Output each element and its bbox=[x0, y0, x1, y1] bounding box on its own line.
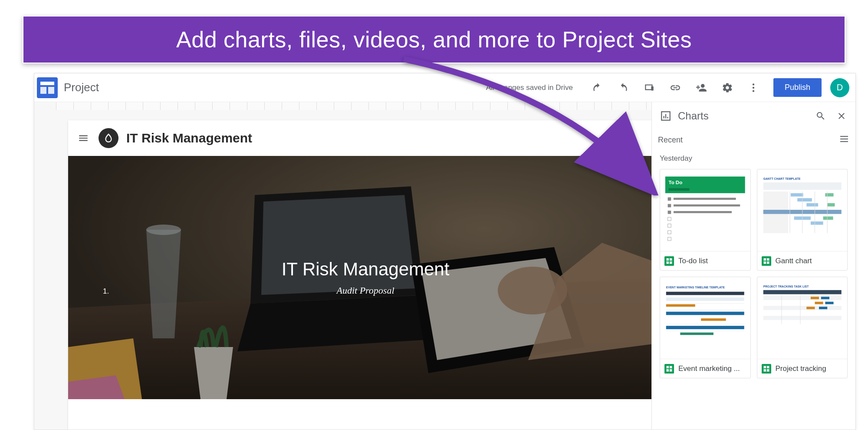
sheets-icon bbox=[762, 256, 771, 266]
panel-title: Charts bbox=[678, 110, 709, 122]
bar-chart-icon bbox=[658, 108, 674, 124]
thumb-label: Project tracking bbox=[776, 364, 826, 373]
thumb-label: To-do list bbox=[678, 257, 708, 265]
caption-banner: Add charts, files, videos, and more to P… bbox=[23, 16, 845, 63]
publish-button[interactable]: Publish bbox=[773, 78, 822, 97]
svg-text:EVENT MARKETING TIMELINE TEMPL: EVENT MARKETING TIMELINE TEMPLATE bbox=[666, 286, 725, 289]
svg-rect-23 bbox=[664, 116, 664, 118]
svg-text:PROJECT TRACKING TASK LIST: PROJECT TRACKING TASK LIST bbox=[763, 285, 809, 288]
svg-rect-51 bbox=[827, 203, 835, 207]
section-label: Yesterday bbox=[660, 154, 848, 163]
svg-rect-24 bbox=[665, 114, 666, 119]
svg-rect-28 bbox=[668, 188, 689, 191]
thumb-project-tracking[interactable]: PROJECT TRACKING TASK LIST bbox=[757, 277, 848, 378]
svg-rect-64 bbox=[701, 318, 726, 321]
svg-rect-78 bbox=[810, 297, 819, 299]
recent-label: Recent bbox=[658, 136, 683, 145]
svg-rect-3 bbox=[48, 87, 54, 94]
svg-rect-44 bbox=[790, 193, 803, 197]
svg-rect-0 bbox=[37, 77, 58, 98]
editor-body: IT Risk Management bbox=[34, 102, 855, 430]
svg-rect-45 bbox=[797, 198, 812, 202]
sites-app-icon[interactable] bbox=[37, 77, 58, 98]
thumb-preview: PROJECT TRACKING TASK LIST bbox=[757, 277, 848, 359]
svg-rect-82 bbox=[806, 307, 815, 309]
svg-rect-31 bbox=[668, 204, 671, 208]
svg-rect-80 bbox=[815, 302, 823, 304]
undo-icon[interactable] bbox=[588, 78, 607, 97]
svg-rect-42 bbox=[763, 182, 841, 190]
svg-rect-30 bbox=[674, 198, 736, 200]
svg-rect-1 bbox=[40, 82, 54, 85]
site-canvas[interactable]: IT Risk Management bbox=[68, 120, 663, 430]
svg-rect-76 bbox=[763, 306, 841, 310]
more-vert-icon[interactable] bbox=[744, 78, 763, 97]
svg-rect-29 bbox=[668, 197, 671, 201]
sheets-icon bbox=[664, 256, 674, 266]
svg-rect-36 bbox=[668, 224, 671, 228]
svg-rect-52 bbox=[823, 216, 833, 220]
link-icon[interactable] bbox=[666, 78, 685, 97]
svg-rect-34 bbox=[674, 211, 732, 213]
search-icon[interactable] bbox=[813, 108, 829, 124]
preview-devices-icon[interactable] bbox=[640, 78, 659, 97]
recent-row[interactable]: Recent bbox=[658, 130, 849, 150]
hero-title[interactable]: IT Risk Management bbox=[282, 259, 450, 280]
svg-rect-79 bbox=[821, 297, 829, 299]
app-frame: Project All changes saved in Drive Publi… bbox=[34, 73, 856, 430]
leaf-logo-icon bbox=[99, 128, 118, 148]
panel-head: Charts bbox=[658, 102, 849, 130]
svg-point-5 bbox=[753, 83, 754, 85]
svg-rect-77 bbox=[763, 316, 841, 320]
doc-title[interactable]: Project bbox=[64, 81, 99, 94]
thumb-grid: To Do bbox=[658, 167, 849, 380]
thumb-preview: GANTT CHART TEMPLATE bbox=[757, 169, 848, 251]
redo-icon[interactable] bbox=[614, 78, 633, 97]
svg-rect-25 bbox=[667, 117, 668, 118]
caption-text: Add charts, files, videos, and more to P… bbox=[176, 26, 692, 53]
hamburger-icon[interactable] bbox=[76, 131, 91, 146]
svg-rect-61 bbox=[666, 298, 744, 301]
svg-rect-83 bbox=[819, 307, 827, 309]
site-name[interactable]: IT Risk Management bbox=[126, 131, 252, 146]
charts-panel: Charts Recent Yesterday bbox=[651, 102, 855, 430]
close-icon[interactable] bbox=[834, 108, 849, 124]
svg-rect-4 bbox=[651, 86, 653, 90]
settings-gear-icon[interactable] bbox=[718, 78, 737, 97]
svg-rect-33 bbox=[668, 211, 671, 214]
svg-rect-35 bbox=[668, 217, 671, 221]
toolbar: Project All changes saved in Drive Publi… bbox=[34, 73, 855, 102]
svg-point-6 bbox=[753, 86, 754, 88]
sheets-icon bbox=[664, 364, 674, 374]
svg-text:To Do: To Do bbox=[668, 180, 682, 185]
thumb-event-marketing[interactable]: EVENT MARKETING TIMELINE TEMPLATE bbox=[660, 277, 751, 378]
thumb-label: Gantt chart bbox=[776, 257, 812, 265]
svg-rect-60 bbox=[666, 292, 744, 295]
svg-rect-2 bbox=[40, 87, 46, 94]
share-person-add-icon[interactable] bbox=[692, 78, 711, 97]
svg-rect-37 bbox=[668, 231, 671, 234]
save-status: All changes saved in Drive bbox=[486, 83, 573, 92]
svg-rect-81 bbox=[825, 302, 833, 304]
hero-overlay: IT Risk Management Audit Proposal bbox=[68, 156, 663, 399]
hero-subtitle[interactable]: Audit Proposal bbox=[336, 285, 394, 296]
svg-rect-62 bbox=[666, 304, 695, 307]
sheets-icon bbox=[762, 364, 771, 374]
svg-rect-66 bbox=[680, 333, 713, 335]
site-header: IT Risk Management bbox=[68, 120, 663, 156]
svg-rect-32 bbox=[674, 205, 740, 207]
svg-rect-46 bbox=[806, 203, 818, 207]
svg-rect-65 bbox=[666, 326, 744, 329]
thumb-label: Event marketing ... bbox=[678, 364, 740, 373]
svg-rect-74 bbox=[763, 290, 841, 294]
svg-point-7 bbox=[753, 90, 754, 92]
list-view-icon[interactable] bbox=[839, 134, 849, 146]
thumb-preview: EVENT MARKETING TIMELINE TEMPLATE bbox=[660, 277, 750, 359]
thumb-preview: To Do bbox=[660, 169, 750, 251]
thumb-todo-list[interactable]: To Do bbox=[660, 169, 751, 271]
thumb-gantt-chart[interactable]: GANTT CHART TEMPLATE bbox=[757, 169, 848, 271]
hero-section[interactable]: 1. IT Risk Management Audit Proposal bbox=[68, 156, 663, 399]
avatar[interactable]: D bbox=[830, 78, 849, 97]
svg-rect-75 bbox=[763, 296, 841, 300]
svg-rect-49 bbox=[810, 222, 823, 225]
